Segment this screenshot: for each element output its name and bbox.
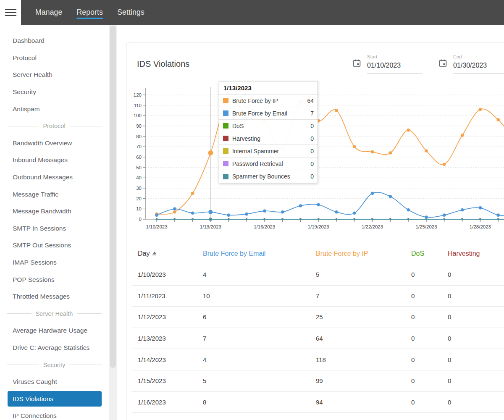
sidebar-item-bandwidth-overview[interactable]: Bandwidth Overview — [0, 135, 108, 152]
report-card: IDS Violations Start 01/10/2023 End 01/3… — [126, 42, 504, 420]
legend-swatch-icon — [223, 136, 228, 141]
end-date-picker: End 01/30/2023 — [438, 54, 504, 74]
table-cell-value: 7 — [310, 292, 405, 299]
data-point — [317, 203, 320, 207]
data-point — [353, 145, 356, 149]
sidebar-item-dashboard[interactable]: Dashboard — [0, 32, 108, 50]
table-cell-value: 25 — [310, 313, 405, 320]
sidebar-item-inbound-messages[interactable]: Inbound Messages — [0, 152, 108, 169]
table-cell-value: 0 — [405, 399, 441, 406]
topbar-tab-reports[interactable]: Reports — [76, 8, 103, 17]
sidebar-item-ip-connections[interactable]: IP Connections — [0, 407, 108, 420]
table-row: 1/13/202376400 — [131, 328, 504, 349]
data-point — [389, 151, 392, 155]
start-date-input[interactable]: 01/10/2023 — [367, 62, 423, 69]
table-header-harvesting[interactable]: Harvesting — [441, 250, 504, 257]
table-header-brute-force-by-ip[interactable]: Brute Force by IP — [310, 250, 405, 257]
sidebar-item-throttled-messages[interactable]: Throttled Messages — [0, 288, 108, 305]
end-date-label: End — [453, 54, 504, 59]
data-point — [443, 218, 445, 220]
sidebar-item-smtp-in-sessions[interactable]: SMTP In Sessions — [0, 220, 108, 237]
data-point — [497, 218, 499, 220]
data-point — [192, 218, 194, 220]
legend-swatch-icon — [223, 123, 228, 129]
data-point — [208, 150, 213, 155]
table-cell-value: 118 — [310, 356, 405, 363]
data-point — [371, 150, 374, 154]
end-date-underline — [453, 73, 504, 74]
sidebar-item-pop-sessions[interactable]: POP Sessions — [0, 271, 108, 288]
table-cell-value: 0 — [441, 399, 504, 406]
table-cell-value: 0 — [405, 292, 441, 299]
table-cell-day: 1/10/2023 — [131, 271, 197, 278]
sidebar-item-viruses-caught[interactable]: Viruses Caught — [0, 373, 108, 391]
svg-text:1/28/2023: 1/28/2023 — [470, 224, 491, 229]
table-cell-day: 1/11/2023 — [131, 292, 197, 299]
table-cell-value: 10 — [197, 292, 310, 299]
sidebar-item-average-hardware-usage[interactable]: Average Hardware Usage — [0, 322, 108, 339]
sidebar-scrollbar-thumb[interactable] — [110, 26, 116, 368]
calendar-icon[interactable] — [352, 58, 361, 68]
end-date-input[interactable]: 01/30/2023 — [453, 62, 504, 69]
table-cell-value: 0 — [405, 356, 441, 363]
table-header-brute-force-by-email[interactable]: Brute Force by Email — [197, 250, 310, 257]
sidebar-item-outbound-messages[interactable]: Outbound Messages — [0, 169, 108, 186]
svg-text:1/16/2023: 1/16/2023 — [254, 224, 275, 229]
legend-swatch-icon — [223, 98, 228, 103]
sidebar-item-protocol[interactable]: Protocol — [0, 50, 108, 67]
table-cell-value: 0 — [405, 377, 441, 384]
topbar-tab-manage[interactable]: Manage — [35, 8, 62, 17]
sidebar-nav: DashboardProtocolServer HealthSecurityAn… — [0, 32, 108, 420]
sidebar-item-drive-c-average-statistics[interactable]: Drive C: Average Statistics — [0, 339, 108, 357]
sidebar-item-server-health[interactable]: Server Health — [0, 66, 108, 84]
table-cell-value: 5 — [310, 271, 405, 278]
tooltip-row: Spammer by Bounces0 — [219, 170, 318, 183]
tooltip-series-label: Brute Force by IP — [232, 97, 300, 104]
tooltip-row: Internal Spammer0 — [219, 145, 318, 158]
data-point — [336, 218, 338, 220]
data-point — [299, 204, 302, 207]
data-point — [461, 134, 464, 137]
sidebar-item-message-bandwidth[interactable]: Message Bandwidth — [0, 203, 108, 220]
table-header-day[interactable]: Day — [131, 250, 197, 257]
sidebar-item-security[interactable]: Security — [0, 84, 108, 101]
topbar-tab-settings[interactable]: Settings — [117, 8, 144, 17]
ids-violations-table: DayBrute Force by EmailBrute Force by IP… — [131, 243, 504, 413]
sidebar-item-ids-violations[interactable]: IDS Violations — [8, 391, 102, 407]
table-cell-value: 0 — [405, 313, 441, 320]
sidebar-item-smtp-out-sessions[interactable]: SMTP Out Sessions — [0, 237, 108, 254]
tooltip-series-label: Internal Spammer — [232, 148, 300, 155]
table-cell-value: 64 — [310, 335, 405, 342]
table-header-dos[interactable]: DoS — [405, 250, 441, 257]
data-point — [173, 210, 176, 214]
hamburger-box — [0, 0, 21, 25]
svg-text:1/25/2023: 1/25/2023 — [415, 224, 437, 229]
table-cell-value: 0 — [441, 271, 504, 278]
table-cell-value: 0 — [441, 356, 504, 363]
table-cell-value: 0 — [405, 271, 441, 278]
sidebar-item-antispam[interactable]: Antispam — [0, 100, 108, 118]
svg-text:70: 70 — [136, 144, 142, 149]
start-date-underline — [367, 73, 423, 74]
table-cell-day: 1/12/2023 — [131, 313, 197, 320]
data-point — [191, 192, 194, 195]
svg-text:40: 40 — [136, 175, 142, 180]
table-cell-day: 1/14/2023 — [131, 356, 197, 363]
data-point — [246, 218, 248, 220]
data-point — [461, 208, 464, 212]
sidebar-item-message-traffic[interactable]: Message Traffic — [0, 186, 108, 203]
data-point — [479, 218, 481, 220]
data-point — [281, 218, 284, 220]
legend-swatch-icon — [223, 148, 228, 154]
data-point — [425, 149, 428, 152]
tooltip-series-value: 0 — [300, 132, 318, 144]
tooltip-series-label: Password Retrieval — [232, 160, 300, 167]
hamburger-menu-icon[interactable] — [5, 7, 16, 18]
sidebar-item-imap-sessions[interactable]: IMAP Sessions — [0, 254, 108, 271]
svg-text:1/19/2023: 1/19/2023 — [308, 224, 329, 229]
data-point — [227, 213, 230, 217]
svg-text:90: 90 — [136, 123, 142, 129]
topbar: ManageReportsSettings — [21, 0, 504, 25]
calendar-icon[interactable] — [438, 58, 447, 68]
svg-text:30: 30 — [136, 186, 142, 191]
